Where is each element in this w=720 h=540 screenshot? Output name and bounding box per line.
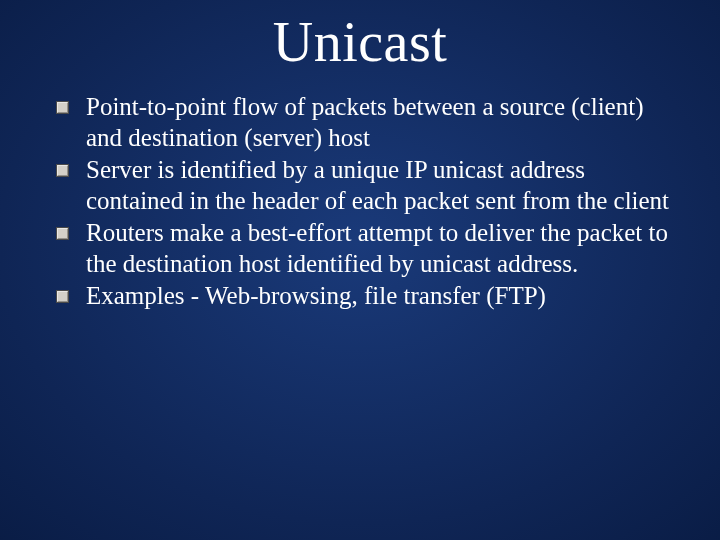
bullet-text: Point-to-point flow of packets between a… [86, 93, 643, 151]
list-item: Server is identified by a unique IP unic… [52, 155, 680, 216]
square-bullet-icon [56, 290, 69, 303]
square-bullet-icon [56, 164, 69, 177]
list-item: Point-to-point flow of packets between a… [52, 92, 680, 153]
bullet-text: Examples - Web-browsing, file transfer (… [86, 282, 546, 309]
slide: Unicast Point-to-point flow of packets b… [0, 0, 720, 540]
bullet-text: Server is identified by a unique IP unic… [86, 156, 669, 214]
square-bullet-icon [56, 101, 69, 114]
bullet-list: Point-to-point flow of packets between a… [40, 92, 680, 312]
list-item: Examples - Web-browsing, file transfer (… [52, 281, 680, 312]
square-bullet-icon [56, 227, 69, 240]
bullet-text: Routers make a best-effort attempt to de… [86, 219, 668, 277]
list-item: Routers make a best-effort attempt to de… [52, 218, 680, 279]
slide-title: Unicast [40, 10, 680, 74]
